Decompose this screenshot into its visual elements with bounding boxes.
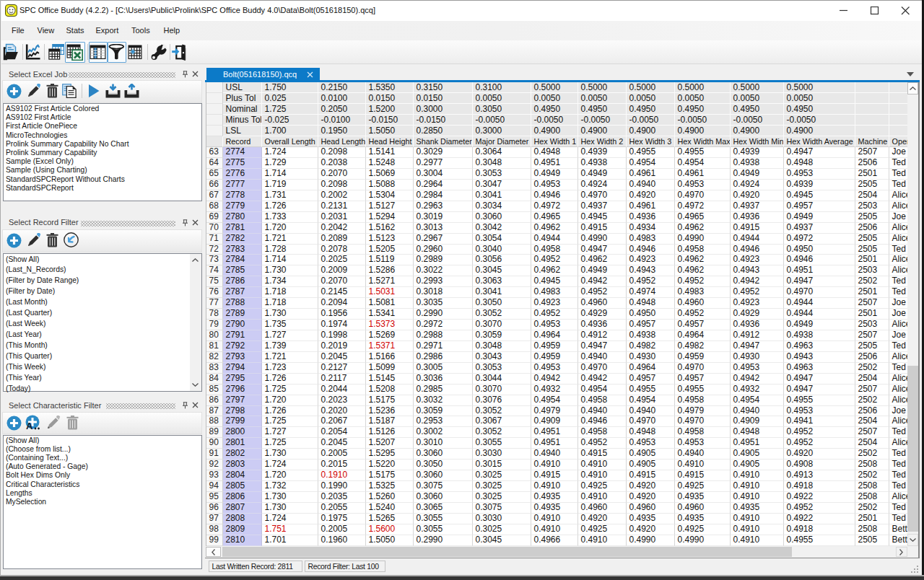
svg-text:A: A — [26, 421, 33, 431]
